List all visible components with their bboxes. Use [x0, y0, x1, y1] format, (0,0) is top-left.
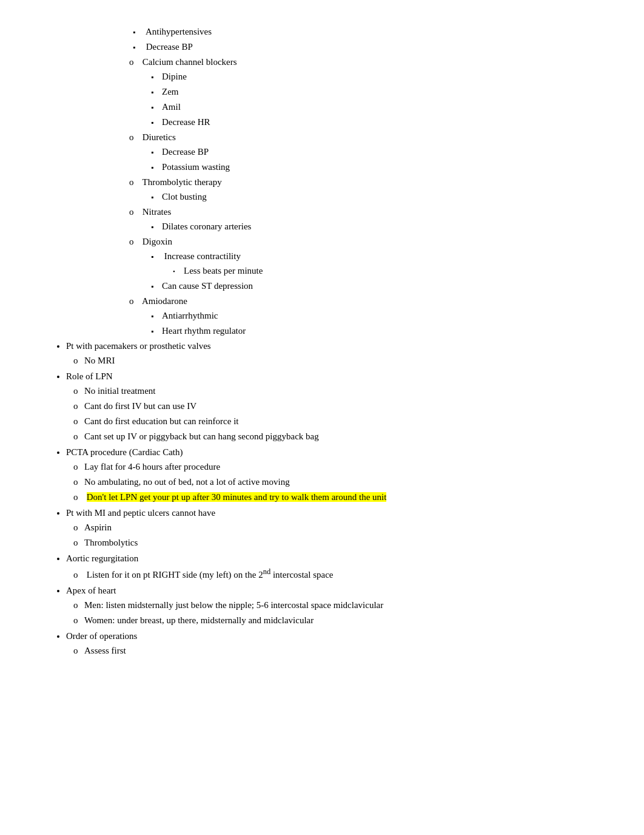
pcta-sub-list: Lay flat for 4-6 hours after procedure N…: [66, 459, 595, 504]
list-item: Zem: [162, 84, 595, 99]
list-item: Assess first: [84, 643, 595, 658]
list-item: Can cause ST depression: [162, 279, 595, 293]
diuretics-sub-list: Decrease BP Potassium wasting: [140, 144, 595, 174]
item-text: Cant set up IV or piggyback but can hang…: [84, 431, 319, 441]
list-item: Calcium channel blockers Dipine Zem Amil…: [140, 55, 595, 129]
list-item: Decrease BP: [162, 144, 595, 159]
item-text: Can cause ST depression: [162, 281, 253, 291]
list-item: Lay flat for 4-6 hours after procedure: [84, 459, 595, 474]
item-text: Nitrates: [143, 207, 171, 217]
list-item: Nitrates Dilates coronary arteries: [140, 205, 595, 234]
pacemaker-sub-list: No MRI: [66, 353, 595, 368]
item-text: Pt with pacemakers or prosthetic valves: [66, 341, 211, 351]
item-text: Amil: [162, 102, 181, 112]
apex-item: Apex of heart Men: listen midsternally j…: [66, 583, 595, 627]
list-item: Potassium wasting: [162, 160, 595, 174]
calcium-sub-list: Dipine Zem Amil Decrease HR: [140, 69, 595, 129]
item-text: Dipine: [162, 72, 187, 81]
item-text: No ambulating, no out of bed, not a lot …: [84, 477, 290, 487]
item-text: Listen for it on pt RIGHT side (my left)…: [87, 570, 334, 580]
list-item: Listen for it on pt RIGHT side (my left)…: [84, 566, 595, 582]
order-ops-item: Order of operations Assess first: [66, 629, 595, 658]
item-text: Decrease BP: [162, 147, 209, 157]
item-text: Amiodarone: [142, 296, 187, 306]
digoxin-sub-list: Increase contractility Less beats per mi…: [140, 249, 595, 293]
item-text: Diuretics: [143, 132, 176, 142]
item-text: Clot busting: [162, 192, 207, 201]
main-list: Pt with pacemakers or prosthetic valves …: [49, 339, 595, 658]
lpn-sub-list: No initial treatment Cant do first IV bu…: [66, 384, 595, 444]
list-item: Antihypertensives: [144, 24, 595, 39]
list-item: Clot busting: [162, 189, 595, 204]
list-item: Aspirin: [84, 520, 595, 535]
list-item: Digoxin Increase contractility Less beat…: [140, 234, 595, 293]
item-text: Cant do first education but can reinforc…: [84, 416, 239, 426]
list-item: Heart rhythm regulator: [162, 323, 595, 338]
item-text: Aortic regurgitation: [66, 553, 138, 563]
list-item: Women: under breast, up there, midsterna…: [84, 613, 595, 627]
item-text: Thrombolytics: [84, 538, 138, 547]
item-text: Women: under breast, up there, midsterna…: [84, 615, 314, 625]
list-item: Dilates coronary arteries: [162, 219, 595, 234]
aortic-item: Aortic regurgitation Listen for it on pt…: [66, 551, 595, 582]
list-item: No initial treatment: [84, 384, 595, 398]
highlighted-item: Don't let LPN get your pt up after 30 mi…: [84, 490, 595, 504]
item-text: Assess first: [84, 646, 126, 655]
aortic-sub-list: Listen for it on pt RIGHT side (my left)…: [66, 566, 595, 582]
thrombolytic-sub-list: Clot busting: [140, 189, 595, 204]
item-text: No initial treatment: [84, 386, 155, 396]
item-text: Order of operations: [66, 631, 137, 641]
list-item: No MRI: [84, 353, 595, 368]
item-text: Increase contractility: [164, 251, 241, 261]
top-bullet-list: Antihypertensives Decrease BP: [122, 24, 595, 54]
item-text: Men: listen midsternally just below the …: [84, 600, 383, 610]
list-item: Amil: [162, 100, 595, 114]
item-text: Antiarrhythmic: [162, 311, 218, 320]
list-item: Less beats per minute: [184, 263, 595, 278]
item-text: Decrease BP: [146, 42, 193, 52]
item-text: Aspirin: [84, 522, 112, 532]
order-sub-list: Assess first: [66, 643, 595, 658]
item-text: Heart rhythm regulator: [162, 326, 246, 336]
amiodarone-sub-list: Antiarrhythmic Heart rhythm regulator: [140, 308, 595, 338]
item-text: Dilates coronary arteries: [162, 221, 251, 231]
contractility-sub-list: Less beats per minute: [162, 263, 595, 278]
list-item: Thrombolytic therapy Clot busting: [140, 175, 595, 204]
item-text: Calcium channel blockers: [143, 57, 237, 67]
item-text: Digoxin: [143, 237, 172, 246]
list-item: Cant do first education but can reinforc…: [84, 414, 595, 428]
mi-peptic-item: Pt with MI and peptic ulcers cannot have…: [66, 505, 595, 550]
list-item: Antiarrhythmic: [162, 308, 595, 323]
lpn-role-item: Role of LPN No initial treatment Cant do…: [66, 369, 595, 444]
list-item: Dipine: [162, 69, 595, 84]
item-text: Apex of heart: [66, 586, 116, 595]
item-text: Antihypertensives: [146, 27, 212, 36]
apex-sub-list: Men: listen midsternally just below the …: [66, 598, 595, 627]
list-item: Amiodarone Antiarrhythmic Heart rhythm r…: [140, 294, 595, 338]
item-text: Less beats per minute: [184, 266, 263, 276]
item-text: Thrombolytic therapy: [142, 177, 221, 187]
item-text: Potassium wasting: [162, 162, 230, 172]
list-item: Decrease HR: [162, 115, 595, 129]
list-item: No ambulating, no out of bed, not a lot …: [84, 475, 595, 489]
highlighted-text: Don't let LPN get your pt up after 30 mi…: [87, 492, 387, 502]
item-text: Zem: [162, 87, 179, 96]
item-text: Pt with MI and peptic ulcers cannot have: [66, 508, 215, 518]
list-item: Decrease BP: [144, 39, 595, 54]
item-text: Cant do first IV but can use IV: [84, 401, 196, 411]
indent-block: Antihypertensives Decrease BP Calcium ch…: [49, 24, 595, 338]
item-text: Decrease HR: [162, 117, 210, 127]
nitrates-sub-list: Dilates coronary arteries: [140, 219, 595, 234]
list-item: Thrombolytics: [84, 535, 595, 550]
item-text: PCTA procedure (Cardiac Cath): [66, 447, 183, 457]
pacemaker-item: Pt with pacemakers or prosthetic valves …: [66, 339, 595, 368]
list-item: Cant set up IV or piggyback but can hang…: [84, 429, 595, 444]
list-item: Increase contractility Less beats per mi…: [162, 249, 595, 278]
list-item: Men: listen midsternally just below the …: [84, 598, 595, 612]
item-text: Lay flat for 4-6 hours after procedure: [84, 462, 220, 472]
mi-sub-list: Aspirin Thrombolytics: [66, 520, 595, 550]
list-item: Cant do first IV but can use IV: [84, 399, 595, 413]
item-text: Role of LPN: [66, 371, 113, 381]
pcta-item: PCTA procedure (Cardiac Cath) Lay flat f…: [66, 445, 595, 504]
item-text: No MRI: [84, 356, 115, 365]
